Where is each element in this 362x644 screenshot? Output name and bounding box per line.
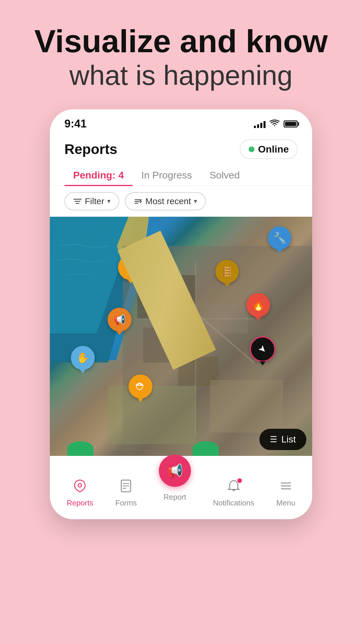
hero-title-line1: Visualize and know	[34, 23, 328, 59]
online-status-dot	[249, 146, 254, 152]
map-bottom-fab-right	[193, 441, 219, 456]
nav-item-forms[interactable]: Forms	[110, 479, 143, 508]
bottom-navigation: Reports Forms 📢 Report	[50, 456, 312, 519]
tab-in-progress[interactable]: In Progress	[133, 164, 201, 186]
sort-button[interactable]: Most recent ▾	[125, 192, 206, 210]
nav-icon: ➤	[256, 342, 269, 356]
status-bar: 9:41	[50, 109, 312, 134]
marker-fire[interactable]: 🔥	[246, 293, 270, 321]
map-view[interactable]: 🔧 🪜 ⚡ 🔥	[50, 217, 312, 456]
notification-badge	[237, 478, 242, 484]
nav-label-menu: Menu	[276, 498, 295, 508]
nav-item-report-center[interactable]: 📢 Report	[153, 455, 197, 502]
report-center-button[interactable]: 📢	[159, 455, 191, 487]
marker-megaphone[interactable]: 📢	[108, 308, 131, 335]
svg-rect-11	[143, 328, 196, 363]
online-badge: Online	[240, 139, 298, 159]
svg-rect-10	[137, 275, 196, 319]
battery-icon	[284, 120, 298, 127]
hero-section: Visualize and know what is happening	[34, 23, 328, 92]
hero-title-line2: what is happening	[34, 59, 328, 92]
helmet-icon: ⛑	[136, 381, 145, 392]
notifications-icon	[227, 479, 241, 496]
svg-point-19	[78, 484, 82, 487]
svg-rect-15	[210, 380, 283, 433]
bolt-icon: ⚡	[124, 261, 138, 274]
marker-navigation[interactable]: ➤	[250, 336, 275, 365]
map-bottom-fab-left	[67, 441, 94, 456]
fire-icon: 🔥	[252, 299, 265, 311]
status-icons	[254, 119, 298, 129]
nav-label-notifications: Notifications	[213, 498, 254, 508]
menu-icon	[279, 479, 293, 496]
ladder-icon: 🪜	[221, 266, 233, 277]
signal-icon	[254, 120, 266, 128]
nav-item-reports[interactable]: Reports	[61, 479, 99, 508]
marker-hand[interactable]: ✋	[71, 346, 95, 373]
marker-ladder[interactable]: 🪜	[215, 260, 239, 287]
nav-label-forms: Forms	[115, 498, 137, 508]
reports-icon	[73, 479, 87, 496]
nav-item-menu[interactable]: Menu	[270, 479, 301, 508]
nav-item-notifications[interactable]: Notifications	[207, 479, 260, 508]
tab-solved[interactable]: Solved	[201, 164, 249, 186]
hand-icon: ✋	[76, 352, 89, 364]
list-icon: ☰	[270, 435, 277, 444]
nav-marker-tail	[260, 361, 266, 365]
marker-helmet[interactable]: ⛑	[129, 374, 152, 402]
tab-pending[interactable]: Pending: 4	[64, 164, 133, 186]
marker-wrench[interactable]: 🔧	[268, 226, 291, 253]
list-button[interactable]: ☰ List	[259, 429, 306, 450]
plus-icon: +	[169, 323, 177, 336]
map-background: 🔧 🪜 ⚡ 🔥	[50, 217, 312, 456]
online-label: Online	[258, 144, 289, 155]
wifi-icon	[270, 119, 280, 129]
marker-bolt[interactable]: ⚡	[118, 255, 143, 284]
tab-bar: Pending: 4 In Progress Solved	[50, 164, 312, 186]
nav-label-report: Report	[164, 493, 186, 502]
status-time: 9:41	[64, 118, 87, 130]
filter-bar: Filter ▾ Most recent ▾	[50, 186, 312, 217]
nav-label-reports: Reports	[67, 498, 93, 508]
marker-plus[interactable]: +	[160, 317, 185, 346]
phone-frame: 9:41 Reports	[50, 109, 312, 519]
megaphone-icon: 📢	[113, 314, 126, 326]
report-center-icon: 📢	[167, 463, 183, 478]
wrench-icon: 🔧	[273, 232, 286, 244]
forms-icon	[119, 479, 133, 496]
app-header: Reports Online	[50, 134, 312, 164]
app-title: Reports	[64, 141, 117, 157]
filter-chevron-icon: ▾	[107, 197, 110, 205]
filter-button[interactable]: Filter ▾	[64, 192, 119, 210]
sort-chevron-icon: ▾	[194, 197, 197, 205]
